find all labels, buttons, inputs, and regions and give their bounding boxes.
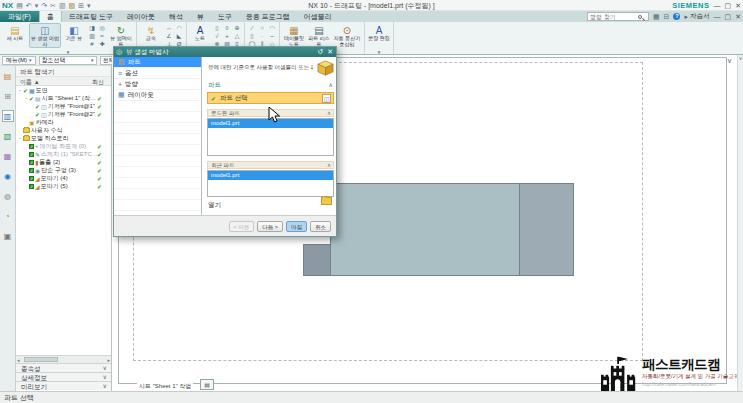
redo-icon[interactable]: ↷ xyxy=(41,1,47,11)
note-button[interactable]: A노트 xyxy=(189,23,211,48)
hd3d-tools-icon[interactable]: ◉ xyxy=(2,170,14,182)
cancel-button[interactable]: 취소 xyxy=(310,221,331,232)
checkbox-icon[interactable]: ✓ xyxy=(29,152,34,157)
part-navigator-icon[interactable]: ▥ xyxy=(2,110,14,122)
undo-icon[interactable]: ↶ xyxy=(26,1,32,11)
tab-assemblies[interactable]: 어셈블리 xyxy=(297,11,339,22)
base-view-button[interactable]: ◧기준 뷰 xyxy=(62,23,86,48)
select-part-button[interactable]: ◫ xyxy=(322,94,331,103)
tab-analysis[interactable]: 해석 xyxy=(162,11,190,22)
open-folder-icon[interactable] xyxy=(321,197,332,205)
exploded-view-icon[interactable]: ✚ xyxy=(97,40,107,48)
window-dropdown-icon[interactable]: ▾ xyxy=(87,1,91,11)
navigator-hscrollbar[interactable]: ◂ ▸ xyxy=(16,355,111,363)
spline-icon[interactable]: ~ xyxy=(267,32,277,40)
collapse-icon[interactable]: ∧ xyxy=(327,110,331,117)
sheet-page-icon[interactable]: ▤ xyxy=(200,379,214,390)
ribbon-group-dropdown-icon[interactable]: ▾ xyxy=(365,49,394,54)
screens-icon[interactable]: ⊟ xyxy=(664,13,670,21)
checkbox-icon[interactable]: ✓ xyxy=(29,168,34,173)
circle-icon[interactable]: ○ xyxy=(257,24,267,32)
wizard-step-layout[interactable]: ▦레이아웃 xyxy=(114,90,201,101)
tab-drafting-tools[interactable]: 드래프팅 도구 xyxy=(62,11,120,22)
doc-minimize-icon[interactable]: — xyxy=(714,12,721,21)
checkbox-icon[interactable]: ✓ xyxy=(29,184,34,189)
edit-text-button[interactable]: A문장 편집 xyxy=(367,23,391,48)
search-input[interactable] xyxy=(590,14,638,20)
tab-view[interactable]: 뷰 xyxy=(190,11,211,22)
break-view-icon[interactable]: ≈ xyxy=(97,32,107,40)
point-icon[interactable]: · xyxy=(257,32,267,40)
restore-icon[interactable]: ▢ xyxy=(725,1,732,10)
view-palette-icon[interactable]: ▦ xyxy=(2,150,14,162)
copy-icon[interactable]: ▥ xyxy=(59,1,66,11)
checkbox-icon[interactable]: ✓ xyxy=(29,144,34,149)
cut-icon[interactable]: ✂ xyxy=(50,1,56,11)
detail-view-icon[interactable]: ◎ xyxy=(97,24,107,32)
recent-parts-header[interactable]: 최근 파트 ∧ xyxy=(207,161,334,169)
reset-icon[interactable]: ↺ xyxy=(317,47,323,57)
rectangle-icon[interactable]: ▯ xyxy=(247,32,257,40)
auto-balloon-button[interactable]: ⊙자동 풍선기호삽입 xyxy=(332,23,362,48)
save-icon[interactable]: ▤ xyxy=(16,1,23,11)
close-icon[interactable]: ✕ xyxy=(735,1,741,10)
scrollbar-thumb[interactable] xyxy=(24,357,58,362)
center-mark-icon[interactable]: + xyxy=(222,32,232,40)
reuse-library-icon[interactable]: ▧ xyxy=(2,130,14,142)
next-button[interactable]: 다음 > xyxy=(257,221,283,232)
linear-dimension-icon[interactable]: ↔ xyxy=(164,24,174,32)
panel-details[interactable]: 상세정보∨ xyxy=(16,372,111,381)
tree-row[interactable]: ✓✎스케치 (1) "SKETCH..."✔ xyxy=(16,150,111,158)
collapse-icon[interactable]: ∧ xyxy=(327,162,331,169)
dialog-titlebar[interactable]: 뷰 생성 마법사 xyxy=(114,47,336,57)
window-icon[interactable]: ⊞ xyxy=(78,1,84,11)
paste-icon[interactable]: ▧ xyxy=(69,1,76,11)
collapse-icon[interactable]: ∧ xyxy=(329,81,333,88)
tab-application[interactable]: 응용 프로그램 xyxy=(239,11,297,22)
tabular-note-button[interactable]: ▦테이블릿 노트 xyxy=(282,23,306,48)
doc-restore-icon[interactable]: ▢ xyxy=(725,12,732,21)
part-view-body[interactable] xyxy=(330,183,520,276)
tab-home[interactable]: 홈 xyxy=(39,11,62,22)
chevron-down-icon[interactable]: ∨ xyxy=(727,57,732,65)
search-icon[interactable] xyxy=(638,15,642,19)
sheet-tab[interactable]: 시트 "Sheet 1" 작업 xyxy=(137,382,193,391)
web-browser-icon[interactable]: ◍ xyxy=(2,190,14,202)
close-icon[interactable]: ✕ xyxy=(327,47,333,57)
datum-feature-icon[interactable]: ◊ xyxy=(222,24,232,32)
help-icon[interactable]: ? xyxy=(673,13,680,20)
feature-control-frame-icon[interactable]: ▯ xyxy=(212,24,222,32)
line-icon[interactable]: ∕ xyxy=(247,24,257,32)
part-view-end[interactable] xyxy=(519,183,574,276)
view-wizard-button[interactable]: ◫뷰 생성 마법사 xyxy=(29,23,61,48)
weld-symbol-icon[interactable]: △ xyxy=(232,32,242,40)
tab-tools[interactable]: 도구 xyxy=(211,11,239,22)
part-view-boss[interactable] xyxy=(303,244,331,276)
command-finder[interactable] xyxy=(587,12,649,21)
tree-row[interactable]: ✔◫기저뷰 "Front@2"✔ xyxy=(16,110,111,118)
wizard-step-options[interactable]: ≡옵션 xyxy=(114,68,201,79)
rapid-dimension-button[interactable]: ↯급속 xyxy=(139,23,163,48)
assembly-navigator-icon[interactable]: ▤ xyxy=(2,70,14,82)
tab-file[interactable]: 파일(F) xyxy=(0,11,39,22)
surface-finish-icon[interactable]: √ xyxy=(212,32,222,40)
constraint-navigator-icon[interactable]: ⊞ xyxy=(2,90,14,102)
chamfer-dimension-icon[interactable]: ◣ xyxy=(174,32,184,40)
finish-button[interactable]: 마침 xyxy=(286,221,307,232)
select-part-row[interactable]: ✔ 파트 선택 ◫ xyxy=(207,92,334,104)
process-studio-icon[interactable]: ▣ xyxy=(2,230,14,242)
wizard-step-part[interactable]: ▧파트 xyxy=(114,57,201,68)
doc-close-icon[interactable]: ✕ xyxy=(735,12,741,21)
tree-row[interactable]: ✓◢모따기 (5)✔ xyxy=(16,182,111,190)
balloon-icon[interactable]: ⊕ xyxy=(232,24,242,32)
checkbox-icon[interactable]: ✓ xyxy=(29,160,34,165)
right-rail[interactable]: ∨ xyxy=(737,55,743,391)
projected-view-icon[interactable]: ◨ xyxy=(87,24,97,32)
angular-dimension-icon[interactable]: ∠ xyxy=(164,32,174,40)
section-view-icon[interactable]: ▥ xyxy=(87,32,97,40)
new-sheet-button[interactable]: ▤새 시트 xyxy=(2,23,28,48)
part-list-item[interactable]: model1.prt xyxy=(208,171,333,180)
recent-parts-list[interactable]: model1.prt xyxy=(207,170,334,197)
update-views-button[interactable]: ↻뷰 업데이트 xyxy=(108,23,134,48)
panel-preview[interactable]: 미리보기∨ xyxy=(16,381,111,390)
